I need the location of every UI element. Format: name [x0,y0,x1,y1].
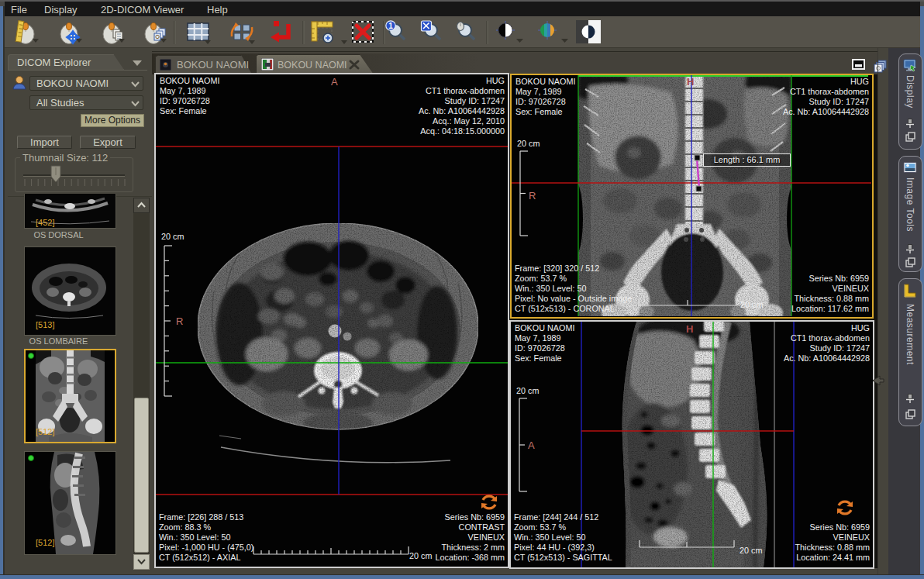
svg-text:1: 1 [388,22,393,30]
